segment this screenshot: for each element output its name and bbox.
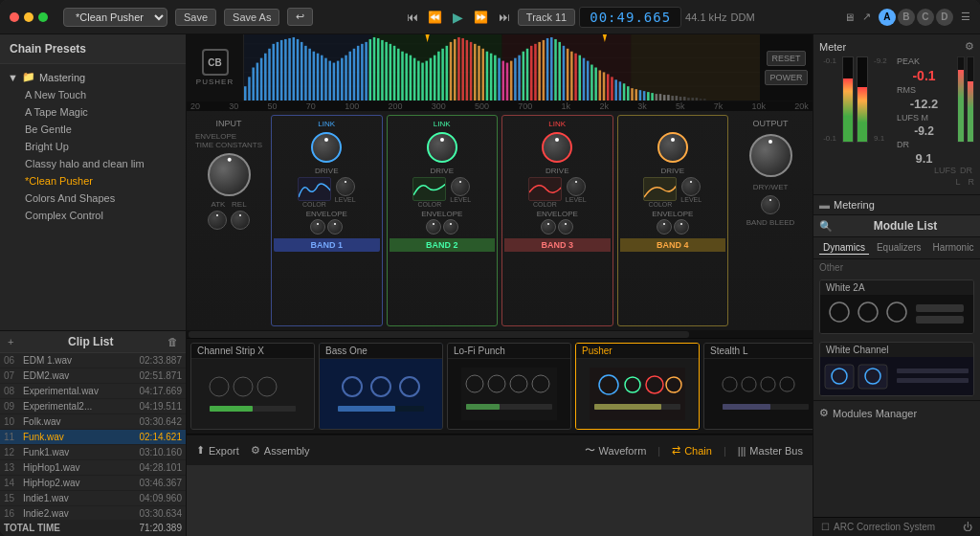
delete-clip-icon[interactable]: 🗑 bbox=[167, 336, 178, 347]
band3-level-knob[interactable] bbox=[567, 177, 586, 196]
svg-rect-94 bbox=[590, 65, 593, 100]
rack-unit-4[interactable]: Pusher bbox=[575, 343, 700, 430]
track-label: Track 11 bbox=[518, 9, 575, 26]
preset-item-4[interactable]: Bright Up bbox=[0, 138, 186, 155]
clip-row[interactable]: 09 Experimental2... 04:19.511 bbox=[0, 399, 186, 414]
svg-rect-77 bbox=[523, 52, 525, 100]
forward-button[interactable]: ⏩ bbox=[472, 8, 491, 27]
atk-knob[interactable] bbox=[208, 211, 227, 230]
band3-section: LINK DRIVE COLOR bbox=[501, 115, 613, 326]
rack-unit-5[interactable]: Stealth L bbox=[703, 343, 813, 430]
clip-row[interactable]: 06 EDM 1.wav 02:33.887 bbox=[0, 353, 186, 368]
output-knob[interactable] bbox=[749, 134, 792, 177]
band4-link-label bbox=[672, 120, 674, 128]
tab-d[interactable]: D bbox=[936, 9, 953, 26]
rack-unit-1[interactable]: Channel Strip X bbox=[190, 343, 315, 430]
module-search-icon[interactable]: 🔍 bbox=[819, 220, 833, 233]
module-item-2[interactable]: White Channel bbox=[819, 342, 974, 396]
input-knob[interactable] bbox=[208, 153, 251, 196]
rel-knob[interactable] bbox=[231, 211, 250, 230]
maximize-btn[interactable] bbox=[38, 12, 48, 22]
arc-checkbox-icon[interactable]: ☐ bbox=[821, 522, 830, 532]
modules-manager[interactable]: ⚙ Modules Manager bbox=[813, 400, 980, 425]
band3-atk-knob[interactable] bbox=[541, 219, 556, 234]
band1-main-knob[interactable] bbox=[311, 132, 342, 163]
export-button[interactable]: ⬆ Export bbox=[196, 444, 239, 457]
band1-level-knob[interactable] bbox=[336, 177, 355, 196]
play-button[interactable]: ▶ bbox=[449, 8, 468, 27]
tab-harmonic[interactable]: Harmonic bbox=[929, 241, 978, 255]
clip-row[interactable]: 13 HipHop1.wav 04:28.101 bbox=[0, 460, 186, 476]
preset-item-7[interactable]: Colors And Shapes bbox=[0, 190, 186, 207]
dry-wet-knob[interactable] bbox=[761, 195, 780, 214]
meter-title: Meter bbox=[819, 41, 846, 53]
mastering-group[interactable]: ▼ 📁 Mastering bbox=[0, 68, 186, 86]
add-clip-icon[interactable]: + bbox=[8, 336, 13, 347]
next-button[interactable]: ⏭ bbox=[495, 8, 514, 27]
module-item-1[interactable]: White 2A bbox=[819, 279, 974, 334]
svg-rect-38 bbox=[365, 42, 368, 100]
save-as-button[interactable]: Save As bbox=[224, 9, 279, 26]
prev-button[interactable]: ⏮ bbox=[403, 8, 422, 27]
chain-button[interactable]: ⇄ Chain bbox=[672, 444, 712, 457]
band2-level-knob[interactable] bbox=[451, 177, 470, 196]
preset-item-8[interactable]: Complex Control bbox=[0, 207, 186, 224]
save-button[interactable]: Save bbox=[175, 9, 216, 26]
svg-rect-42 bbox=[381, 40, 384, 100]
undo-button[interactable]: ↩ bbox=[287, 8, 313, 26]
band2-rel-knob[interactable] bbox=[443, 219, 458, 234]
tab-dynamics[interactable]: Dynamics bbox=[819, 241, 869, 255]
dr-value: 9.1 bbox=[897, 151, 951, 166]
arc-power-icon[interactable]: ⏻ bbox=[963, 522, 972, 532]
clip-row[interactable]: 15 Indie1.wav 04:09.960 bbox=[0, 491, 186, 506]
menu-icon[interactable]: ☰ bbox=[961, 11, 970, 23]
band2-main-knob[interactable] bbox=[427, 132, 457, 163]
preset-item-6[interactable]: *Clean Pusher bbox=[0, 172, 186, 190]
clip-row[interactable]: 16 Indie2.wav 03:30.634 bbox=[0, 506, 186, 520]
clip-row-active[interactable]: 11 Funk.wav 02:14.621 bbox=[0, 430, 186, 445]
band4-main-knob[interactable] bbox=[657, 132, 688, 163]
svg-rect-119 bbox=[691, 98, 694, 100]
minimize-btn[interactable] bbox=[24, 12, 33, 22]
band3-rel-knob[interactable] bbox=[558, 219, 573, 234]
tab-c[interactable]: C bbox=[917, 9, 934, 26]
band4-rel-knob[interactable] bbox=[674, 219, 689, 234]
preset-item-1[interactable]: A New Touch bbox=[0, 86, 186, 103]
band1-atk-knob[interactable] bbox=[310, 219, 325, 234]
preset-item-3[interactable]: Be Gentle bbox=[0, 121, 186, 138]
close-btn[interactable] bbox=[10, 12, 19, 22]
power-button[interactable]: POWER bbox=[765, 70, 807, 85]
clip-row[interactable]: 08 Experimental.wav 04:17.669 bbox=[0, 384, 186, 399]
tab-equalizers[interactable]: Equalizers bbox=[873, 241, 925, 255]
preset-select[interactable]: *Clean Pusher bbox=[63, 8, 167, 27]
clip-row[interactable]: 07 EDM2.wav 02:51.871 bbox=[0, 368, 186, 384]
tab-b[interactable]: B bbox=[898, 9, 915, 26]
metering-icon: ▬ bbox=[819, 199, 830, 211]
band2-atk-knob[interactable] bbox=[426, 219, 441, 234]
rewind-button[interactable]: ⏪ bbox=[426, 8, 445, 27]
band4-atk-knob[interactable] bbox=[657, 219, 672, 234]
clip-row[interactable]: 14 HipHop2.wav 03:46.367 bbox=[0, 476, 186, 491]
band4-level-knob[interactable] bbox=[681, 177, 701, 196]
reset-button[interactable]: RESET bbox=[767, 51, 805, 66]
clip-row[interactable]: 12 Funk1.wav 03:10.160 bbox=[0, 445, 186, 460]
waveform-button[interactable]: 〜 Waveform bbox=[585, 443, 647, 458]
preset-item-2[interactable]: A Tape Magic bbox=[0, 103, 186, 121]
clip-table[interactable]: 06 EDM 1.wav 02:33.887 07 EDM2.wav 02:51… bbox=[0, 353, 186, 520]
clip-row[interactable]: 10 Folk.wav 03:30.642 bbox=[0, 414, 186, 430]
band1-rel-knob[interactable] bbox=[327, 219, 343, 234]
rack-unit-2[interactable]: Bass One bbox=[319, 343, 443, 430]
freq-labels: 20 30 50 70 100 200 300 500 700 1k 2k 3k… bbox=[187, 101, 813, 111]
master-bus-button[interactable]: ||| Master Bus bbox=[738, 445, 803, 457]
svg-rect-83 bbox=[546, 38, 549, 100]
metering-section[interactable]: ▬ Metering bbox=[813, 195, 980, 215]
arc-bar[interactable]: ☐ ARC Correction System ⏻ bbox=[813, 517, 980, 536]
tab-a[interactable]: A bbox=[879, 9, 896, 26]
svg-rect-163 bbox=[916, 316, 964, 324]
band3-main-knob[interactable] bbox=[542, 132, 572, 163]
meter-settings-icon[interactable]: ⚙ bbox=[965, 40, 974, 53]
plugin-scrollbar[interactable] bbox=[187, 331, 813, 339]
assembly-button[interactable]: ⚙ Assembly bbox=[251, 444, 310, 457]
rack-unit-3[interactable]: Lo-Fi Punch bbox=[447, 343, 571, 430]
preset-item-5[interactable]: Classy halo and clean lim bbox=[0, 155, 186, 172]
